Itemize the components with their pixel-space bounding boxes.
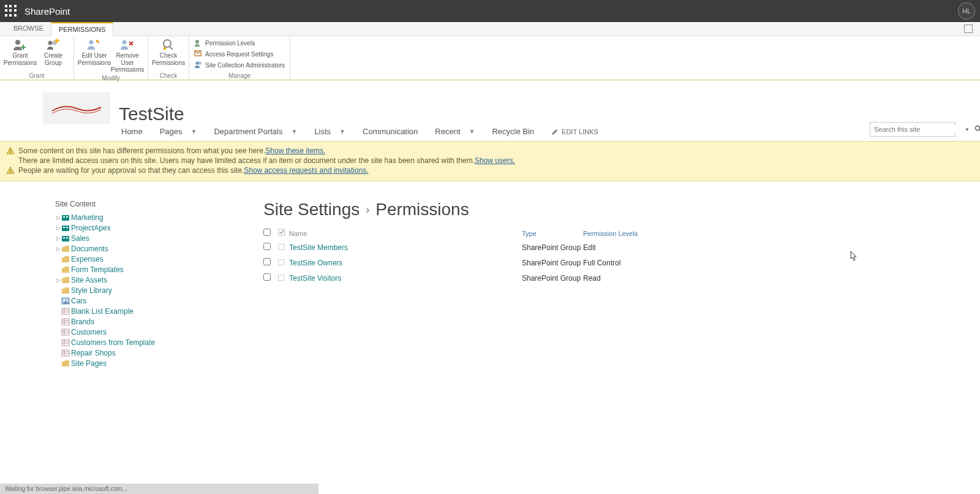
tree-item-label: Sales: [71, 234, 89, 243]
group-name-link[interactable]: TestSite Visitors: [289, 274, 341, 283]
site-logo[interactable]: [43, 93, 110, 124]
show-access-requests-link[interactable]: Show access requests and invitations.: [244, 166, 368, 175]
svg-point-0: [15, 40, 20, 45]
tree-item[interactable]: Style Library: [55, 286, 214, 295]
expand-icon[interactable]: ▷: [55, 225, 61, 231]
left-nav-header: Site Content: [55, 200, 214, 208]
focus-content-icon[interactable]: [964, 25, 973, 33]
group-icon: [278, 259, 284, 265]
svg-point-4: [53, 41, 57, 45]
svg-rect-34: [62, 308, 69, 314]
svg-rect-27: [63, 227, 65, 228]
show-these-items-link[interactable]: Show these items.: [265, 146, 325, 155]
select-all-checkbox[interactable]: [263, 229, 271, 236]
search-input[interactable]: [870, 126, 962, 133]
ribbon: Grant Permissions Create Group Grant Edi…: [0, 36, 980, 80]
search-user-icon: [161, 39, 176, 51]
create-group-button[interactable]: Create Group: [37, 37, 70, 67]
tree-item[interactable]: Customers from Template: [55, 338, 214, 347]
svg-rect-42: [62, 329, 69, 335]
breadcrumb-site-settings[interactable]: Site Settings: [263, 200, 360, 219]
svg-rect-50: [62, 350, 69, 356]
column-type[interactable]: Type: [522, 230, 583, 237]
main-content: Site Settings › Permissions Name Type Pe…: [214, 200, 968, 370]
tree-item-label: Blank List Example: [71, 307, 134, 316]
search-scope-dropdown[interactable]: ▼: [962, 127, 972, 132]
nav-department-portals[interactable]: Department Portals▼: [214, 127, 297, 136]
check-permissions-button[interactable]: Check Permissions: [152, 37, 185, 67]
nav-communication[interactable]: Communication: [363, 127, 418, 136]
remove-user-permissions-button[interactable]: Remove User Permissions: [111, 37, 144, 75]
nav-home[interactable]: Home: [121, 127, 143, 136]
svg-rect-30: [63, 237, 65, 238]
group-name-link[interactable]: TestSite Owners: [289, 259, 342, 267]
tree-item[interactable]: Cars: [55, 297, 214, 305]
column-name[interactable]: Name: [289, 230, 522, 237]
ribbon-group-modify: Edit User Permissions Remove User Permis…: [74, 36, 148, 80]
permissions-table-header: Name Type Permission Levels: [263, 227, 968, 240]
row-checkbox[interactable]: [263, 273, 271, 281]
tree-item[interactable]: Repair Shops: [55, 349, 214, 357]
search-go-button[interactable]: [972, 125, 980, 134]
expand-icon[interactable]: ▷: [55, 215, 61, 221]
nav-recycle-bin[interactable]: Recycle Bin: [492, 127, 534, 136]
tree-item[interactable]: Site Pages: [55, 359, 214, 368]
tab-browse[interactable]: BROWSE: [6, 22, 51, 36]
site-title: TestSite: [119, 104, 184, 124]
warning-icon: !: [6, 146, 15, 155]
nav-recent[interactable]: Recent▼: [435, 127, 475, 136]
tree-item[interactable]: ▷Sales: [55, 234, 214, 243]
grant-permissions-button[interactable]: Grant Permissions: [4, 37, 37, 67]
tree-item-label: Style Library: [71, 286, 112, 295]
site-collection-admins-button[interactable]: Site Collection Administrators: [193, 59, 286, 70]
chevron-down-icon: ▼: [291, 128, 297, 135]
svg-point-15: [195, 40, 199, 44]
row-permission-level: Full Control: [583, 259, 693, 267]
row-checkbox[interactable]: [263, 258, 271, 265]
tree-item-label: Expenses: [71, 255, 104, 264]
tree-item[interactable]: Customers: [55, 328, 214, 336]
tree-item[interactable]: ▷Marketing: [55, 213, 214, 222]
app-launcher-icon[interactable]: [5, 5, 17, 17]
permission-levels-button[interactable]: Permission Levels: [193, 37, 286, 48]
row-type: SharePoint Group: [522, 274, 583, 283]
svg-point-3: [48, 41, 53, 45]
expand-icon[interactable]: ▷: [55, 277, 61, 283]
show-users-link[interactable]: Show users.: [475, 156, 515, 165]
site-nav: Home Pages▼ Department Portals▼ Lists▼ C…: [0, 124, 980, 141]
access-request-settings-button[interactable]: Access Request Settings: [193, 48, 286, 59]
row-checkbox[interactable]: [263, 243, 271, 250]
tree-item[interactable]: Brands: [55, 317, 214, 326]
notice-line-3: People are waiting for your approval so …: [18, 166, 244, 175]
nav-lists[interactable]: Lists▼: [314, 127, 345, 136]
tree-item[interactable]: ▷ProjectApex: [55, 224, 214, 232]
svg-line-13: [170, 47, 173, 50]
edit-user-permissions-button[interactable]: Edit User Permissions: [78, 37, 111, 67]
tree-item[interactable]: ▷Site Assets: [55, 276, 214, 284]
svg-rect-6: [56, 39, 58, 43]
ribbon-tabs: BROWSE PERMISSIONS: [0, 22, 980, 36]
expand-icon[interactable]: ▷: [55, 235, 61, 241]
tree-item[interactable]: ▷Documents: [55, 245, 214, 253]
edit-links-button[interactable]: EDIT LINKS: [551, 128, 598, 135]
expand-icon[interactable]: ▷: [55, 246, 61, 252]
group-icon: [278, 244, 284, 250]
nav-pages[interactable]: Pages▼: [160, 127, 197, 136]
tree-item[interactable]: Expenses: [55, 255, 214, 264]
avatar[interactable]: HL: [958, 2, 975, 20]
tree-item[interactable]: Blank List Example: [55, 307, 214, 316]
tree-item-label: Brands: [71, 317, 94, 326]
group-name-link[interactable]: TestSite Members: [289, 243, 348, 252]
tab-permissions[interactable]: PERMISSIONS: [51, 22, 113, 36]
column-permission-levels[interactable]: Permission Levels: [583, 230, 693, 237]
tree-item[interactable]: Form Templates: [55, 265, 214, 274]
table-row: TestSite VisitorsSharePoint GroupRead: [263, 270, 968, 286]
breadcrumb-separator-icon: ›: [366, 203, 369, 216]
ribbon-group-manage: Permission Levels Access Request Setting…: [189, 36, 290, 80]
chevron-down-icon: ▼: [469, 128, 475, 135]
svg-rect-31: [66, 237, 68, 238]
warning-icon: !: [6, 166, 15, 175]
row-permission-level: Edit: [583, 243, 693, 252]
pencil-icon: [551, 128, 559, 135]
tree-item-label: Site Pages: [71, 359, 107, 368]
